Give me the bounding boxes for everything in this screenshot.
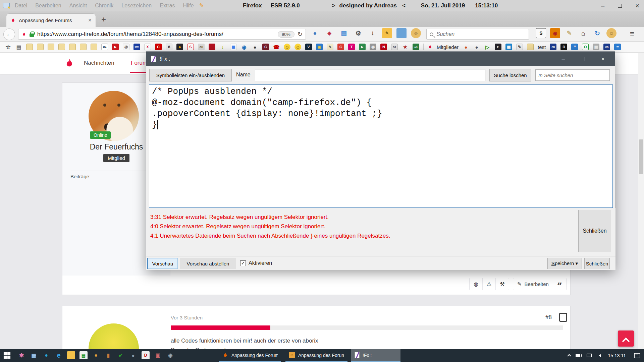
pencil-favicon[interactable]: ✎ xyxy=(516,44,523,50)
url-input[interactable] xyxy=(37,31,275,38)
stylish-icon[interactable]: S xyxy=(536,28,546,38)
n-red-favicon[interactable]: N xyxy=(380,44,387,50)
windows-blue-favicon[interactable]: ▦ xyxy=(505,44,512,50)
smiley-favicon[interactable]: ☺ xyxy=(284,44,290,50)
post-number[interactable]: #8 xyxy=(545,314,552,321)
addon-red-icon[interactable]: ◆ xyxy=(324,28,334,38)
swirl-blue-favicon[interactable]: ◉ xyxy=(241,44,248,50)
save-dropdown-arrow[interactable]: ▾ xyxy=(576,260,578,266)
volume-icon[interactable] xyxy=(597,354,601,357)
start-button[interactable] xyxy=(3,352,11,359)
tray-expand-icon[interactable] xyxy=(567,354,571,358)
menu-item[interactable]: Hilfe xyxy=(183,3,194,9)
checkbox-checked-icon[interactable]: ✓ xyxy=(240,260,246,266)
tv-favicon[interactable]: V xyxy=(305,44,312,50)
minimize-icon[interactable]: – xyxy=(601,2,604,9)
s3-ruler-favicon[interactable]: S3 xyxy=(391,44,398,50)
globe-icon[interactable]: ◍ xyxy=(470,278,483,290)
eszett-favicon[interactable]: ß xyxy=(166,44,172,50)
menu-item[interactable]: Chronik xyxy=(95,3,113,9)
download-green-favicon[interactable]: ↓ xyxy=(219,44,226,50)
taskbar-window-fx-editor[interactable]: !Fx : xyxy=(351,349,400,362)
forum-nav-nachrichten[interactable]: Nachrichten xyxy=(84,60,114,66)
close-button[interactable]: Schließen xyxy=(584,258,610,269)
folder-blue-icon[interactable] xyxy=(396,28,407,38)
thunderbird-icon[interactable]: ● xyxy=(42,351,50,359)
tab-panel-icon[interactable]: ▤ xyxy=(339,28,349,38)
chat-blue-favicon[interactable]: ” xyxy=(571,44,578,50)
telekom-favicon[interactable]: T xyxy=(348,44,355,50)
post-select-checkbox[interactable] xyxy=(559,313,567,322)
forum-nav-forum[interactable]: Forum xyxy=(131,60,147,66)
menu-item[interactable]: Lesezeichen xyxy=(121,3,152,9)
back-button[interactable]: ← xyxy=(3,28,15,40)
shop-bag-favicon[interactable]: ◆ xyxy=(176,44,183,50)
image-gray-favicon[interactable]: ▦ xyxy=(593,44,599,50)
display-icon[interactable] xyxy=(587,354,592,357)
menu-item[interactable]: Bearbeiten xyxy=(35,3,61,9)
edge-icon[interactable]: e xyxy=(55,351,63,359)
in-page-search-input[interactable] xyxy=(535,69,610,81)
new-tab-button[interactable]: + xyxy=(101,15,106,24)
ssl-lock-icon[interactable] xyxy=(30,34,34,37)
menu-item[interactable]: Ansicht xyxy=(69,3,87,9)
bookmark-folder-icon[interactable] xyxy=(80,44,87,50)
monkey2-icon[interactable]: ☺ xyxy=(606,28,616,38)
computerbild-favicon[interactable]: C xyxy=(155,44,162,50)
book-icon[interactable]: ▮ xyxy=(104,351,112,359)
d-red-icon[interactable]: D xyxy=(142,351,150,359)
o-green-favicon[interactable]: O xyxy=(582,44,589,50)
toggle-toolbars-button[interactable]: Symbolleisten ein-/ausblenden xyxy=(149,69,232,81)
taskbar-window-forum[interactable]: ☺ Anpassung des Forum... xyxy=(285,349,347,362)
tv-dark-favicon[interactable]: ▶ xyxy=(495,44,501,50)
bookmark-folder-icon[interactable] xyxy=(69,44,76,50)
reading-list-icon[interactable]: ▤ xyxy=(15,44,22,50)
color-wheel-icon[interactable]: ✱ xyxy=(17,351,25,359)
scrollbar-thumb[interactable] xyxy=(639,139,643,174)
minimize-icon[interactable]: – xyxy=(561,56,565,62)
w3-favicon[interactable]: w3 xyxy=(413,44,419,50)
page-scrollbar[interactable] xyxy=(638,53,644,349)
globe-dark-favicon[interactable]: ● xyxy=(473,44,480,50)
sparkasse-favicon[interactable]: S xyxy=(187,44,194,50)
x-red-favicon[interactable]: X xyxy=(144,44,151,50)
test-folder-icon[interactable] xyxy=(527,44,534,50)
cb-blue-favicon[interactable]: CB xyxy=(550,44,556,50)
battery-icon[interactable] xyxy=(576,354,582,357)
preview-button[interactable]: Vorschau xyxy=(147,258,178,269)
phone-red-favicon[interactable]: ☎ xyxy=(273,44,280,50)
check-green-icon[interactable]: ✔ xyxy=(117,351,125,359)
key-orange-icon[interactable]: ● xyxy=(92,351,100,359)
bookmark-folder-icon[interactable] xyxy=(58,44,65,50)
gray-app-icon[interactable]: ● xyxy=(129,351,137,359)
list-blue-favicon[interactable]: ≡ xyxy=(614,44,621,50)
photo-blue-favicon[interactable]: ▣ xyxy=(316,44,323,50)
close-icon[interactable]: × xyxy=(601,55,605,63)
style-name-input[interactable] xyxy=(255,69,485,81)
gh-favicon[interactable]: GH xyxy=(198,44,205,50)
search-bar[interactable] xyxy=(426,29,529,40)
bookmark-folder-icon[interactable] xyxy=(37,44,44,50)
retro-pc-icon[interactable]: ▣ xyxy=(154,351,162,359)
folder-edit-icon[interactable]: ✎ xyxy=(382,28,392,38)
taskbar-window-firefox[interactable]: Anpassung des Forum... xyxy=(219,349,281,362)
menu-hamburger-icon[interactable]: ≡ xyxy=(630,29,634,38)
explorer-icon[interactable] xyxy=(67,351,75,359)
youtube-favicon[interactable]: ▶ xyxy=(112,44,119,50)
menu-item[interactable]: Extras xyxy=(160,3,175,9)
dialog-titlebar[interactable]: !Fx : – × xyxy=(146,52,615,66)
google-apps-favicon[interactable]: ▦ xyxy=(230,44,237,50)
bookmark-test[interactable]: test xyxy=(538,44,546,50)
camera-favicon[interactable]: ◉ xyxy=(370,44,376,50)
quote-button[interactable]: ” xyxy=(553,278,566,290)
cyberport-favicon[interactable]: C xyxy=(262,44,269,50)
lens-icon[interactable]: ◉ xyxy=(166,351,174,359)
quill-icon[interactable]: ✎ xyxy=(564,28,574,38)
scroll-to-top-button[interactable] xyxy=(618,330,634,347)
gmx-favicon[interactable]: GMX xyxy=(133,44,140,50)
film-favicon[interactable]: ▶ xyxy=(359,44,366,50)
download-arrow-icon[interactable]: ↓ xyxy=(368,28,378,38)
preview-off-button[interactable]: Vorschau abstellen xyxy=(180,258,236,269)
maximize-icon[interactable] xyxy=(618,4,622,8)
forum-logo-flame-icon[interactable] xyxy=(64,58,75,70)
